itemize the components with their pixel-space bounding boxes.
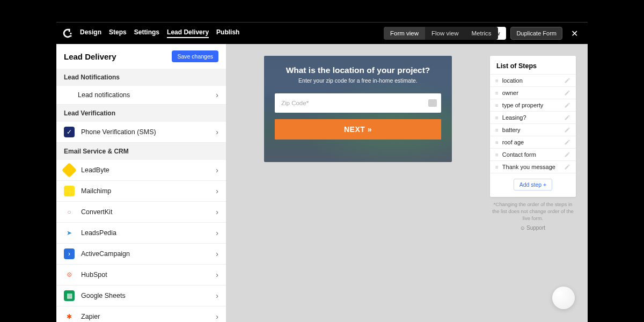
integration-mailchimp[interactable]: Mailchimp›	[56, 181, 226, 202]
integration-zapier[interactable]: ✱Zapier›	[56, 306, 226, 322]
duplicate-form-button[interactable]: Duplicate Form	[510, 27, 562, 40]
input-suffix-icon	[428, 99, 437, 107]
edit-icon[interactable]	[564, 151, 570, 158]
chevron-right-icon: ›	[216, 270, 218, 279]
view-flow-view[interactable]: Flow view	[425, 27, 465, 40]
chat-bubble-icon[interactable]	[552, 287, 575, 309]
edit-icon[interactable]	[564, 164, 570, 170]
close-icon[interactable]: ✕	[567, 28, 582, 39]
view-form-view[interactable]: Form view	[384, 27, 425, 40]
google sheets-icon: ▦	[64, 290, 75, 301]
nav-design[interactable]: Design	[80, 28, 101, 38]
add-step-button[interactable]: Add step +	[514, 179, 553, 191]
section-email-crm: Email Service & CRM	[56, 143, 226, 160]
integration-hubspot[interactable]: ⚙HubSpot›	[56, 265, 226, 286]
form-heading: What is the location of your project?	[275, 65, 441, 75]
step-thank-you-message[interactable]: ≡Thank you message	[490, 160, 576, 173]
section-lead-verification: Lead Verification	[56, 105, 226, 122]
leadspedia-icon: ➤	[64, 228, 75, 238]
edit-icon[interactable]	[564, 90, 570, 96]
svg-rect-1	[70, 35, 72, 37]
hubspot-icon: ⚙	[64, 269, 75, 280]
step-owner[interactable]: ≡owner	[490, 86, 576, 99]
next-button[interactable]: NEXT »	[275, 119, 441, 140]
chevron-right-icon: ›	[216, 250, 218, 258]
drag-handle-icon[interactable]: ≡	[495, 115, 498, 121]
chevron-right-icon: ›	[216, 208, 218, 216]
integration-leadbyte[interactable]: LeadByte›	[56, 160, 226, 181]
view-metrics[interactable]: Metrics	[465, 27, 498, 40]
drag-handle-icon[interactable]: ≡	[495, 164, 498, 170]
edit-icon[interactable]	[564, 114, 570, 121]
steps-panel: List of Steps ≡location≡owner≡type of pr…	[490, 56, 576, 197]
convertkit-icon: ○	[64, 207, 75, 217]
step-battery[interactable]: ≡battery	[490, 123, 576, 136]
svg-rect-0	[70, 33, 72, 34]
activecampaign-icon: ›	[64, 248, 75, 259]
panel-title: Lead Delivery	[64, 52, 116, 61]
row-lead-notifications[interactable]: Lead notifications ›	[56, 86, 226, 105]
integration-convertkit[interactable]: ○ConvertKit›	[56, 202, 226, 223]
step-leasing-[interactable]: ≡Leasing?	[490, 111, 576, 123]
form-subtext: Enter your zip code for a free in-home e…	[275, 77, 441, 84]
drag-handle-icon[interactable]: ≡	[495, 90, 498, 96]
mailchimp-icon	[64, 186, 75, 196]
view-switch: Form viewFlow viewMetrics	[384, 27, 498, 40]
chevron-right-icon: ›	[216, 187, 218, 195]
drag-handle-icon[interactable]: ≡	[495, 152, 498, 158]
edit-icon[interactable]	[564, 127, 570, 133]
chevron-right-icon: ›	[216, 91, 218, 99]
edit-icon[interactable]	[564, 77, 570, 84]
step-contact-form[interactable]: ≡Contact form	[490, 148, 576, 160]
leadbyte-icon	[62, 163, 77, 178]
nav-settings[interactable]: Settings	[134, 28, 159, 38]
nav-lead-delivery[interactable]: Lead Delivery	[167, 28, 209, 38]
shield-icon: ✓	[64, 127, 75, 137]
integration-activecampaign[interactable]: ›ActiveCampaign›	[56, 244, 226, 265]
chevron-right-icon: ›	[216, 128, 218, 136]
chevron-right-icon: ›	[216, 229, 218, 237]
edit-icon[interactable]	[564, 102, 570, 108]
drag-handle-icon[interactable]: ≡	[495, 127, 498, 133]
support-link[interactable]: Support	[490, 225, 576, 231]
app-logo-icon	[62, 27, 74, 39]
drag-handle-icon[interactable]: ≡	[495, 103, 498, 108]
steps-title: List of Steps	[490, 61, 576, 74]
step-location[interactable]: ≡location	[490, 74, 576, 86]
zapier-icon: ✱	[64, 311, 75, 322]
edit-icon[interactable]	[564, 139, 570, 145]
chevron-right-icon: ›	[216, 291, 218, 300]
drag-handle-icon[interactable]: ≡	[495, 78, 498, 84]
steps-note: *Changing the order of the steps in the …	[490, 197, 576, 224]
zip-code-input[interactable]	[275, 93, 441, 113]
nav-publish[interactable]: Publish	[216, 28, 239, 38]
row-phone-verification[interactable]: ✓ Phone Verification (SMS) ›	[56, 122, 226, 143]
top-nav: DesignStepsSettingsLead DeliveryPublish …	[56, 23, 588, 44]
chevron-right-icon: ›	[216, 166, 218, 174]
section-lead-notifications: Lead Notifications	[56, 69, 226, 86]
step-roof-age[interactable]: ≡roof age	[490, 136, 576, 148]
step-type-of-property[interactable]: ≡type of property	[490, 99, 576, 111]
lead-delivery-panel: Lead Delivery Save changes Lead Notifica…	[56, 44, 226, 322]
nav-steps[interactable]: Steps	[109, 28, 127, 38]
form-preview: What is the location of your project? En…	[264, 56, 452, 162]
save-changes-button[interactable]: Save changes	[172, 50, 218, 62]
integration-google-sheets[interactable]: ▦Google Sheets›	[56, 286, 226, 306]
integration-leadspedia[interactable]: ➤LeadsPedia›	[56, 223, 226, 244]
chevron-right-icon: ›	[216, 312, 218, 321]
drag-handle-icon[interactable]: ≡	[495, 140, 498, 145]
